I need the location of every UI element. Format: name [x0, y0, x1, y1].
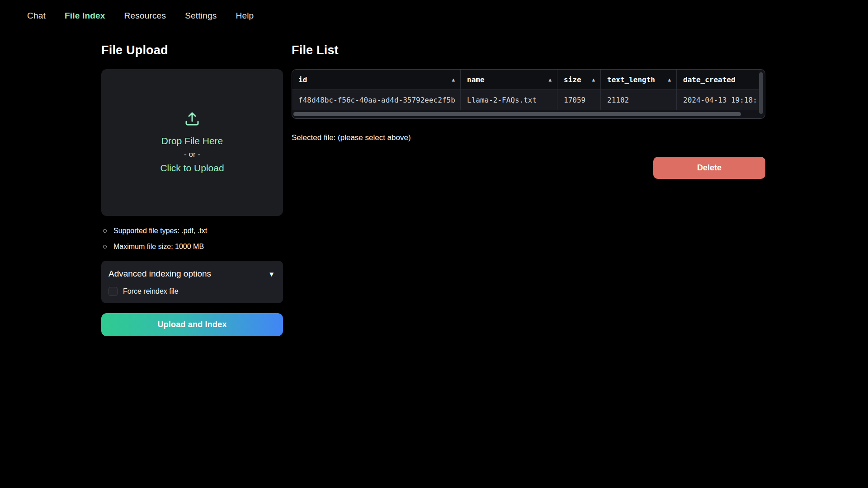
- cell-text-length[interactable]: 21102: [601, 90, 677, 110]
- column-label: date_created: [683, 75, 736, 84]
- delete-button[interactable]: Delete: [653, 157, 765, 179]
- dropzone-text: Drop File Here: [161, 134, 223, 148]
- tab-help[interactable]: Help: [236, 11, 254, 21]
- column-header-size[interactable]: size ▲: [557, 70, 601, 89]
- sort-arrow-icon[interactable]: ▲: [548, 77, 552, 83]
- accordion-header[interactable]: Advanced indexing options ▼: [108, 269, 275, 279]
- column-label: text_length: [607, 75, 655, 84]
- table-row[interactable]: f48d48bc-f56c-40aa-ad4d-35792eec2f5b Lla…: [292, 90, 759, 110]
- horizontal-scrollbar[interactable]: [293, 112, 741, 116]
- table-header-row: id ▲ name ▲ size ▲ text_length ▲ date_cr…: [292, 70, 759, 90]
- cell-size[interactable]: 17059: [557, 90, 601, 110]
- bullet-icon: [103, 245, 107, 249]
- column-label: id: [298, 75, 307, 84]
- force-reindex-label: Force reindex file: [123, 287, 179, 296]
- file-dropzone[interactable]: Drop File Here - or - Click to Upload: [101, 69, 283, 216]
- sort-arrow-icon[interactable]: ▲: [668, 77, 671, 83]
- chevron-down-icon: ▼: [268, 270, 275, 278]
- upload-icon: [184, 111, 200, 128]
- column-header-date-created[interactable]: date_created: [677, 70, 759, 89]
- file-table: id ▲ name ▲ size ▲ text_length ▲ date_cr…: [292, 69, 765, 119]
- accordion-title: Advanced indexing options: [108, 269, 211, 279]
- tab-settings[interactable]: Settings: [185, 11, 217, 21]
- tab-file-index[interactable]: File Index: [65, 11, 105, 21]
- selected-file-status: Selected file: (please select above): [292, 133, 765, 142]
- column-label: name: [467, 75, 485, 84]
- note-text: Maximum file size: 1000 MB: [113, 243, 204, 251]
- bullet-icon: [103, 229, 107, 233]
- file-list-title: File List: [292, 43, 765, 57]
- note-text: Supported file types: .pdf, .txt: [113, 227, 207, 235]
- force-reindex-checkbox[interactable]: [108, 287, 118, 296]
- upload-and-index-button[interactable]: Upload and Index: [101, 313, 283, 336]
- note-supported-types: Supported file types: .pdf, .txt: [103, 227, 283, 235]
- cell-name[interactable]: Llama-2-FAQs.txt: [461, 90, 557, 110]
- file-list-section: File List id ▲ name ▲ size ▲ text_length: [292, 43, 765, 179]
- dropzone-or-text: - or -: [184, 148, 200, 161]
- click-to-upload-link[interactable]: Click to Upload: [160, 161, 224, 175]
- sort-arrow-icon[interactable]: ▲: [452, 77, 455, 83]
- force-reindex-row[interactable]: Force reindex file: [108, 287, 275, 296]
- note-max-size: Maximum file size: 1000 MB: [103, 243, 283, 251]
- cell-date-created[interactable]: 2024-04-13 19:18:: [677, 90, 759, 110]
- column-header-name[interactable]: name ▲: [461, 70, 557, 89]
- file-upload-section: File Upload Drop File Here - or - Click …: [101, 43, 283, 336]
- top-nav: Chat File Index Resources Settings Help: [27, 11, 254, 21]
- column-header-text-length[interactable]: text_length ▲: [601, 70, 677, 89]
- column-label: size: [564, 75, 581, 84]
- cell-id[interactable]: f48d48bc-f56c-40aa-ad4d-35792eec2f5b: [292, 90, 461, 110]
- sort-arrow-icon[interactable]: ▲: [592, 77, 595, 83]
- column-header-id[interactable]: id ▲: [292, 70, 461, 89]
- advanced-options-accordion: Advanced indexing options ▼ Force reinde…: [101, 261, 283, 303]
- tab-resources[interactable]: Resources: [124, 11, 166, 21]
- file-upload-title: File Upload: [101, 43, 283, 57]
- vertical-scrollbar[interactable]: [759, 72, 763, 114]
- upload-notes: Supported file types: .pdf, .txt Maximum…: [103, 227, 283, 251]
- tab-chat[interactable]: Chat: [27, 11, 46, 21]
